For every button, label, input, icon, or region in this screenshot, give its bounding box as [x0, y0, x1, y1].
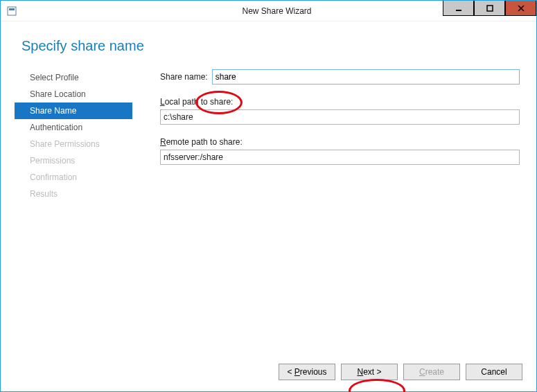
step-share-location[interactable]: Share Location — [15, 86, 132, 103]
share-name-input[interactable]: share — [212, 69, 520, 84]
maximize-button[interactable] — [474, 1, 505, 16]
wizard-icon — [6, 6, 17, 17]
remote-path-input[interactable] — [160, 150, 520, 165]
share-name-label: Share name: — [160, 72, 208, 82]
previous-button[interactable]: < Previous — [279, 364, 335, 380]
step-share-permissions: Share Permissions — [15, 136, 132, 152]
step-confirmation: Confirmation — [15, 169, 132, 186]
close-button[interactable] — [505, 1, 536, 16]
step-authentication[interactable]: Authentication — [15, 119, 132, 136]
svg-rect-3 — [487, 6, 493, 11]
cancel-button[interactable]: Cancel — [466, 364, 522, 380]
step-share-name[interactable]: Share Name — [15, 103, 132, 119]
svg-rect-0 — [8, 7, 16, 15]
step-select-profile[interactable]: Select Profile — [15, 69, 132, 86]
svg-rect-2 — [456, 10, 461, 11]
local-path-input[interactable] — [160, 109, 520, 125]
svg-rect-1 — [9, 8, 15, 10]
local-path-label: Local path to share: — [160, 97, 520, 107]
share-name-value: share — [215, 72, 236, 82]
page-heading: Specify share name — [1, 21, 536, 66]
step-results: Results — [15, 186, 132, 202]
next-button[interactable]: Next > — [341, 364, 398, 380]
wizard-footer: < Previous Next > Create Cancel — [1, 353, 536, 391]
wizard-steps: Select Profile Share Location Share Name… — [15, 66, 132, 353]
create-button: Create — [403, 364, 460, 380]
titlebar: New Share Wizard — [1, 1, 536, 21]
step-permissions: Permissions — [15, 152, 132, 169]
minimize-button[interactable] — [443, 1, 474, 16]
remote-path-label: Remote path to share: — [160, 137, 520, 147]
